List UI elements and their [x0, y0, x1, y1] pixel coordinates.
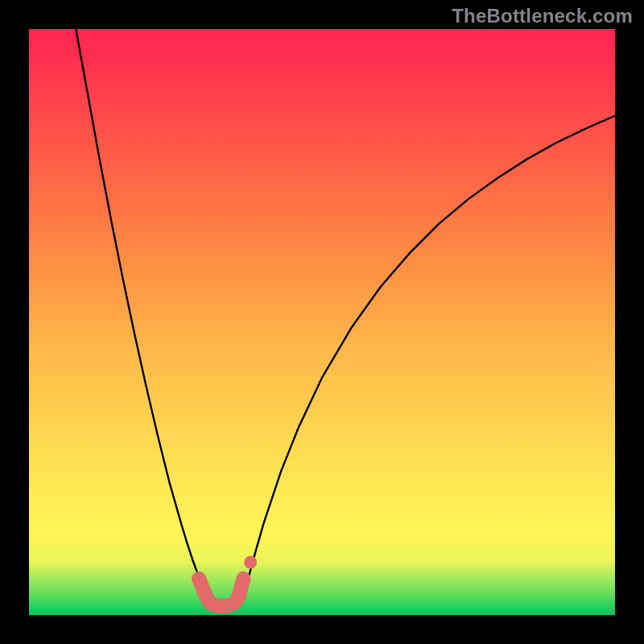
- gradient-background: [29, 29, 615, 615]
- watermark-text: TheBottleneck.com: [452, 5, 633, 27]
- chart-frame: TheBottleneck.com: [0, 0, 644, 644]
- right-dot: [244, 555, 257, 568]
- bottleneck-chart: [0, 0, 644, 644]
